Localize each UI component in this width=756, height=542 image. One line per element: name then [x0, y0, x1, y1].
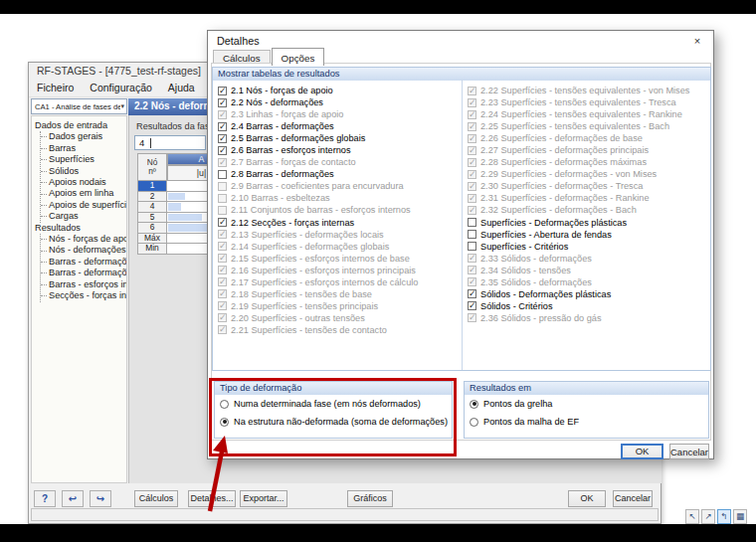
result-table-checkbox[interactable]: 2.20 Superfícies - outras tensões	[218, 312, 460, 324]
dialog-cancel-button[interactable]: Cancelar	[669, 444, 709, 459]
results-in-title: Resultados em	[465, 382, 708, 395]
tree-item[interactable]: Secções - forças internas	[41, 290, 126, 301]
result-table-checkbox[interactable]: 2.11 Conjuntos de barras - esforços inte…	[218, 204, 460, 216]
status-bar	[31, 508, 659, 521]
tree-section-dados-de-entrada[interactable]: Dados de entrada	[35, 120, 126, 131]
checkbox-label: 2.31 Superfícies - deformações - Rankine	[480, 193, 650, 203]
result-table-checkbox[interactable]: 2.26 Superfícies - deformações de base	[468, 132, 709, 144]
results-in-radio[interactable]: Pontos da malha de EF	[465, 413, 708, 431]
result-table-checkbox[interactable]: 2.6 Barras - esforços internos	[218, 144, 460, 156]
checkbox-icon	[468, 230, 476, 239]
result-table-checkbox[interactable]: Superfícies - Critérios	[468, 241, 709, 253]
navigator-tree: Dados de entrada Dados geraisBarrasSuper…	[31, 115, 127, 483]
result-table-checkbox[interactable]: 2.12 Secções - forças internas	[218, 217, 460, 229]
menu-item[interactable]: Ficheiro	[29, 81, 82, 94]
help-icon[interactable]: ?	[34, 490, 56, 507]
tree-item[interactable]: Apoios nodais	[41, 177, 126, 188]
pointer-tool-icon[interactable]: ↖	[685, 509, 699, 524]
results-in-group: Resultados em Pontos da grelha Pontos da…	[464, 381, 709, 439]
dialog-tab[interactable]: Opções	[272, 48, 325, 66]
red-highlight-box	[209, 378, 457, 456]
graficos-button[interactable]: Gráficos	[347, 490, 393, 507]
result-table-checkbox[interactable]: 2.1 Nós - forças de apoio	[218, 85, 460, 96]
menu-item[interactable]: Configuração	[82, 81, 159, 94]
result-table-checkbox[interactable]: 2.8 Barras - deformações	[218, 168, 460, 180]
result-table-checkbox[interactable]: 2.36 Sólidos - pressão do gás	[468, 312, 709, 324]
tree-item[interactable]: Apoios em linha	[41, 188, 126, 199]
result-table-checkbox[interactable]: Superfícies - Abertura de fendas	[468, 229, 709, 241]
checkbox-label: 2.26 Superfícies - deformações de base	[480, 133, 643, 143]
result-table-checkbox[interactable]: 2.31 Superfícies - deformações - Rankine	[468, 192, 709, 204]
result-table-checkbox[interactable]: 2.18 Superfícies - tensões de base	[218, 288, 460, 300]
result-table-checkbox[interactable]: 2.23 Superfícies - tensões equivalentes …	[468, 96, 709, 108]
tree-item[interactable]: Cargas	[41, 211, 126, 222]
result-table-checkbox[interactable]: 2.19 Superfícies - tensões principais	[218, 300, 460, 312]
window-ok-button[interactable]: OK	[568, 490, 606, 507]
result-table-checkbox[interactable]: 2.22 Superfícies - tensões equivalentes …	[468, 85, 709, 96]
checkbox-label: 2.13 Superfícies - deformações locais	[231, 230, 384, 240]
menu-item[interactable]: Ajuda	[160, 81, 203, 94]
result-table-checkbox[interactable]: 2.9 Barras - coeficientes para encurvadu…	[218, 180, 460, 192]
result-table-checkbox[interactable]: 2.33 Sólidos - deformações	[468, 253, 709, 265]
tree-item[interactable]: Apoios de superfície	[41, 200, 126, 211]
tree-item[interactable]: Barras - deformações	[41, 257, 126, 268]
checkbox-label: 2.17 Superfícies - esforços internos de …	[231, 277, 418, 287]
result-table-checkbox[interactable]: 2.10 Barras - esbeltezas	[218, 192, 460, 204]
checkbox-icon	[218, 242, 227, 251]
tree-item[interactable]: Barras	[41, 143, 126, 154]
phase-input[interactable]: 4	[134, 135, 206, 150]
redo-icon[interactable]: ↪	[90, 490, 111, 507]
tree-item[interactable]: Nós - forças de apoio	[41, 234, 126, 245]
result-table-checkbox[interactable]: 2.35 Sólidos - deformações	[468, 276, 709, 288]
result-table-checkbox[interactable]: 2.25 Superfícies - tensões equivalentes …	[468, 120, 709, 132]
tree-item[interactable]: Barras - esforços internos	[41, 279, 126, 290]
result-table-checkbox[interactable]: 2.15 Superfícies - esforços internos de …	[218, 253, 460, 265]
result-table-checkbox[interactable]: 2.7 Barras - forças de contacto	[218, 156, 460, 168]
tree-item[interactable]: Superfícies	[41, 154, 126, 165]
result-table-checkbox[interactable]: 2.4 Barras - deformações	[218, 120, 460, 132]
pointer-tool-icon[interactable]: ▦	[733, 509, 747, 524]
checkbox-label: 2.2 Nós - deformações	[231, 97, 323, 107]
case-selector-combobox[interactable]: CA1 - Análise de fases de const ▾	[31, 98, 127, 114]
result-table-checkbox[interactable]: Sólidos - Deformações plásticas	[468, 288, 709, 300]
result-table-checkbox[interactable]: 2.28 Superfícies - deformações máximas	[468, 156, 709, 168]
checkbox-label: 2.11 Conjuntos de barras - esforços inte…	[231, 205, 411, 215]
result-table-checkbox[interactable]: 2.13 Superfícies - deformações locais	[218, 229, 460, 241]
result-table-checkbox[interactable]: 2.27 Superfícies - deformações principai…	[468, 144, 709, 156]
column-header-node: Nó nº	[137, 153, 167, 181]
result-table-checkbox[interactable]: 2.21 Superfícies - tensões de contacto	[218, 324, 460, 336]
result-table-checkbox[interactable]: 2.14 Superfícies - deformações globais	[218, 241, 460, 253]
checkbox-label: Superfícies - Abertura de fendas	[480, 230, 612, 240]
dialog-ok-button[interactable]: OK	[621, 444, 663, 459]
window-cancel-button[interactable]: Cancelar	[613, 490, 653, 507]
close-icon[interactable]: ×	[685, 33, 709, 50]
result-table-checkbox[interactable]: 2.32 Superfícies - deformações - Bach	[468, 204, 709, 216]
tree-item[interactable]: Nós - deformações	[41, 245, 126, 256]
tree-item[interactable]: Dados gerais	[41, 131, 126, 142]
chevron-down-icon: ▾	[120, 102, 124, 110]
result-table-checkbox[interactable]: 2.2 Nós - deformações	[218, 96, 460, 108]
tree-section-resultados[interactable]: Resultados	[35, 223, 126, 234]
checkbox-label: 2.15 Superfícies - esforços internos de …	[231, 254, 410, 264]
tree-item[interactable]: Barras - deformações globais	[41, 268, 126, 278]
result-table-checkbox[interactable]: 2.29 Superfícies - deformações - von Mis…	[468, 168, 709, 180]
result-table-checkbox[interactable]: 2.3 Linhas - forças de apoio	[218, 108, 460, 120]
exportar-button[interactable]: Exportar...	[240, 490, 287, 507]
result-table-checkbox[interactable]: 2.24 Superfícies - tensões equivalentes …	[468, 108, 709, 120]
undo-icon[interactable]: ↩	[62, 490, 84, 507]
calculos-button[interactable]: Cálculos	[134, 490, 178, 507]
pointer-tool-icon[interactable]: ↗	[701, 509, 715, 524]
result-table-checkbox[interactable]: 2.5 Barras - deformações globais	[218, 132, 460, 144]
result-table-checkbox[interactable]: 2.34 Sólidos - tensões	[468, 265, 709, 276]
pointer-tool-icon[interactable]: ↰	[717, 509, 731, 524]
phase-label: Resultados da fase	[136, 121, 215, 131]
detalhes-button[interactable]: Detalhes...	[188, 490, 236, 507]
checkbox-icon	[218, 254, 227, 263]
result-table-checkbox[interactable]: 2.16 Superfícies - esforços internos pri…	[218, 265, 460, 276]
result-table-checkbox[interactable]: 2.30 Superfícies - deformações - Tresca	[468, 180, 709, 192]
result-table-checkbox[interactable]: Superfícies - Deformações plásticas	[468, 217, 709, 229]
result-table-checkbox[interactable]: Sólidos - Critérios	[468, 300, 709, 312]
result-table-checkbox[interactable]: 2.17 Superfícies - esforços internos de …	[218, 276, 460, 288]
tree-item[interactable]: Sólidos	[41, 166, 126, 177]
results-in-radio[interactable]: Pontos da grelha	[465, 395, 708, 413]
